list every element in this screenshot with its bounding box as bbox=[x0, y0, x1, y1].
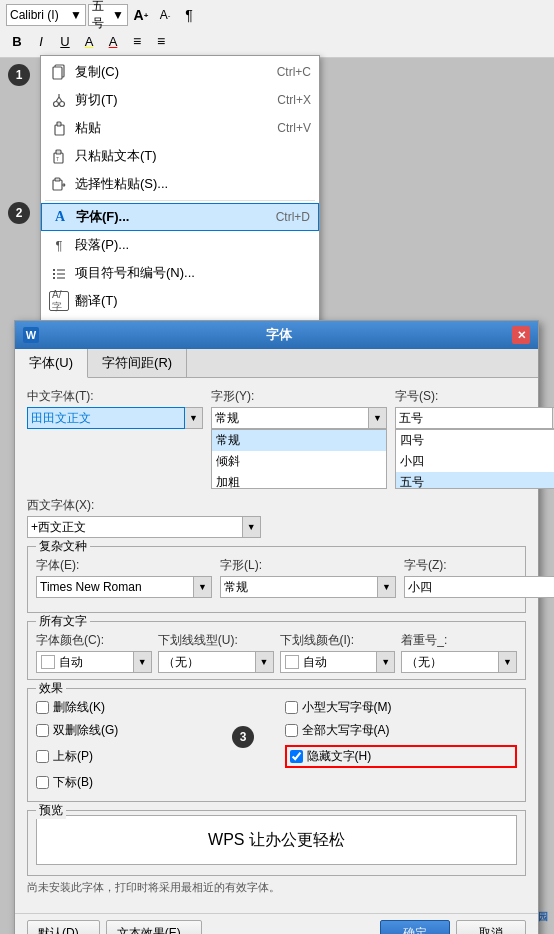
complex-size-input[interactable] bbox=[404, 576, 554, 598]
western-font-input[interactable] bbox=[27, 516, 243, 538]
all-text-row: 字体颜色(C): 自动 ▼ 下划线线型(U): （无） ▼ bbox=[36, 632, 517, 673]
menu-item-font[interactable]: A 字体(F)... Ctrl+D bbox=[41, 203, 319, 231]
effect-hidden[interactable]: 隐藏文字(H) bbox=[285, 745, 518, 768]
font-style-input[interactable] bbox=[211, 407, 369, 429]
emphasis-arrow[interactable]: ▼ bbox=[499, 651, 517, 673]
small-caps-checkbox[interactable] bbox=[285, 701, 298, 714]
tab-font[interactable]: 字体(U) bbox=[15, 349, 88, 378]
western-font-dropdown-arrow[interactable]: ▼ bbox=[243, 516, 261, 538]
ok-btn[interactable]: 确定 bbox=[380, 920, 450, 934]
cut-shortcut: Ctrl+X bbox=[277, 93, 311, 107]
copy-label: 复制(C) bbox=[75, 63, 271, 81]
translate-label: 翻译(T) bbox=[75, 292, 311, 310]
font-size-decrease-btn[interactable]: A- bbox=[154, 4, 176, 26]
font-style-dropdown-arrow[interactable]: ▼ bbox=[369, 407, 387, 429]
font-size-listbox[interactable]: 四号 小四 五号 bbox=[395, 429, 554, 489]
dialog-close-btn[interactable]: ✕ bbox=[512, 326, 530, 344]
cancel-btn[interactable]: 取消 bbox=[456, 920, 526, 934]
font-size-box[interactable]: 五号 ▼ bbox=[88, 4, 128, 26]
dialog-titlebar: W 字体 ✕ bbox=[15, 321, 538, 349]
effect-superscript[interactable]: 上标(P) bbox=[36, 745, 269, 768]
text-effect-btn[interactable]: 文本效果(E)... bbox=[106, 920, 202, 934]
font-name-box[interactable]: Calibri (I) ▼ bbox=[6, 4, 86, 26]
menu-item-paste-special[interactable]: 选择性粘贴(S)... bbox=[41, 170, 319, 198]
svg-line-4 bbox=[56, 97, 59, 102]
size-option-xiaosi[interactable]: 小四 bbox=[396, 451, 554, 472]
font-color-btn[interactable]: A bbox=[102, 30, 124, 52]
effect-all-caps[interactable]: 全部大写字母(A) bbox=[285, 722, 518, 739]
underline-style-value[interactable]: （无） bbox=[158, 651, 256, 673]
complex-font-group: 字体(E): ▼ bbox=[36, 557, 212, 598]
chinese-font-input[interactable] bbox=[27, 407, 185, 429]
underline-color-group: 下划线颜色(I): 自动 ▼ bbox=[280, 632, 396, 673]
underline-btn[interactable]: U bbox=[54, 30, 76, 52]
menu-item-translate[interactable]: A/字 翻译(T) bbox=[41, 287, 319, 315]
align-extra-btn[interactable]: ≡ bbox=[150, 30, 172, 52]
style-option-bold[interactable]: 加粗 bbox=[212, 472, 386, 489]
svg-point-2 bbox=[54, 102, 59, 107]
tab-spacing[interactable]: 字符间距(R) bbox=[88, 349, 187, 377]
complex-style-dropdown-arrow[interactable]: ▼ bbox=[378, 576, 396, 598]
complex-font-input[interactable] bbox=[36, 576, 194, 598]
strikethrough-checkbox[interactable] bbox=[36, 701, 49, 714]
menu-item-paragraph[interactable]: ¶ 段落(P)... bbox=[41, 231, 319, 259]
subscript-checkbox[interactable] bbox=[36, 776, 49, 789]
font-color-swatch bbox=[41, 655, 55, 669]
effect-subscript[interactable]: 下标(B) bbox=[36, 774, 269, 791]
complex-font-dropdown-arrow[interactable]: ▼ bbox=[194, 576, 212, 598]
effect-small-caps[interactable]: 小型大写字母(M) bbox=[285, 699, 518, 716]
emphasis-value[interactable]: （无） bbox=[401, 651, 499, 673]
font-size-group: 字号(S): ▼ 四号 小四 五号 bbox=[395, 388, 554, 489]
underline-color-value[interactable]: 自动 bbox=[280, 651, 378, 673]
paste-special-label: 选择性粘贴(S)... bbox=[75, 175, 305, 193]
emphasis-group: 着重号_: （无） ▼ bbox=[401, 632, 517, 673]
svg-rect-18 bbox=[53, 273, 55, 275]
font-color-input-wrapper: 自动 ▼ bbox=[36, 651, 152, 673]
effect-strikethrough[interactable]: 删除线(K) bbox=[36, 699, 269, 716]
chinese-font-dropdown-arrow[interactable]: ▼ bbox=[185, 407, 203, 429]
double-strike-checkbox[interactable] bbox=[36, 724, 49, 737]
menu-item-copy[interactable]: 复制(C) Ctrl+C bbox=[41, 58, 319, 86]
align-btn[interactable]: ≡ bbox=[126, 30, 148, 52]
complex-style-label: 字形(L): bbox=[220, 557, 396, 574]
font-size-input[interactable] bbox=[395, 407, 553, 429]
font-color-text: 自动 bbox=[59, 654, 83, 671]
font-size-dropdown-icon[interactable]: ▼ bbox=[112, 8, 124, 22]
svg-point-3 bbox=[60, 102, 65, 107]
svg-rect-17 bbox=[53, 269, 55, 271]
superscript-checkbox[interactable] bbox=[36, 750, 49, 763]
preview-text: WPS 让办公更轻松 bbox=[208, 830, 345, 851]
menu-item-paste[interactable]: 粘贴 Ctrl+V bbox=[41, 114, 319, 142]
underline-color-arrow[interactable]: ▼ bbox=[377, 651, 395, 673]
hidden-checkbox[interactable] bbox=[290, 750, 303, 763]
size-option-5[interactable]: 五号 bbox=[396, 472, 554, 489]
default-btn[interactable]: 默认(D)... bbox=[27, 920, 100, 934]
menu-item-cut[interactable]: 剪切(T) Ctrl+X bbox=[41, 86, 319, 114]
bold-btn[interactable]: B bbox=[6, 30, 28, 52]
italic-btn[interactable]: I bbox=[30, 30, 52, 52]
style-option-regular[interactable]: 常规 bbox=[212, 430, 386, 451]
complex-style-input[interactable] bbox=[220, 576, 378, 598]
highlight-btn[interactable]: A bbox=[78, 30, 100, 52]
chinese-font-row: 中文字体(T): ▼ 字形(Y): ▼ 常规 倾斜 加粗 字 bbox=[27, 388, 526, 489]
menu-item-paste-text[interactable]: T 只粘贴文本(T) bbox=[41, 142, 319, 170]
font-size-increase-btn[interactable]: A+ bbox=[130, 4, 152, 26]
size-option-4[interactable]: 四号 bbox=[396, 430, 554, 451]
paragraph-icon[interactable]: ¶ bbox=[178, 4, 200, 26]
step1-label: 1 bbox=[8, 64, 30, 86]
copy-icon bbox=[49, 62, 69, 82]
font-color-value[interactable]: 自动 bbox=[36, 651, 134, 673]
menu-item-list[interactable]: 项目符号和编号(N)... bbox=[41, 259, 319, 287]
font-color-dropdown-arrow[interactable]: ▼ bbox=[134, 651, 152, 673]
font-style-label: 字形(Y): bbox=[211, 388, 387, 405]
underline-color-wrapper: 自动 ▼ bbox=[280, 651, 396, 673]
all-caps-checkbox[interactable] bbox=[285, 724, 298, 737]
style-option-italic[interactable]: 倾斜 bbox=[212, 451, 386, 472]
underline-color-swatch bbox=[285, 655, 299, 669]
preview-note: 尚未安装此字体，打印时将采用最相近的有效字体。 bbox=[27, 880, 526, 895]
font-name-dropdown-icon[interactable]: ▼ bbox=[70, 8, 82, 22]
dialog-body: 中文字体(T): ▼ 字形(Y): ▼ 常规 倾斜 加粗 字 bbox=[15, 378, 538, 913]
all-text-title: 所有文字 bbox=[36, 613, 90, 630]
font-style-listbox[interactable]: 常规 倾斜 加粗 bbox=[211, 429, 387, 489]
underline-style-arrow[interactable]: ▼ bbox=[256, 651, 274, 673]
